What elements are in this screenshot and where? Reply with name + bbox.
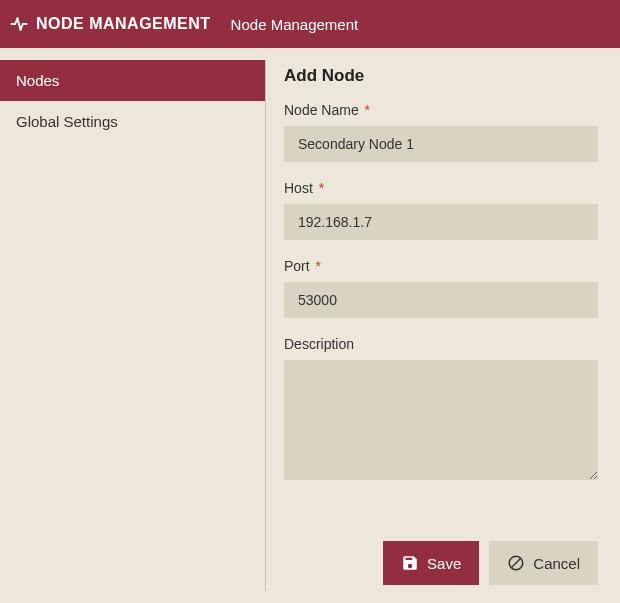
page-title: Node Management — [231, 16, 359, 33]
label-text: Node Name — [284, 102, 359, 118]
sidebar-item-label: Nodes — [16, 72, 59, 89]
label-host: Host * — [284, 180, 598, 196]
node-name-input[interactable] — [284, 126, 598, 162]
label-text: Port — [284, 258, 310, 274]
label-text: Description — [284, 336, 354, 352]
save-button[interactable]: Save — [383, 541, 479, 585]
label-text: Host — [284, 180, 313, 196]
save-button-label: Save — [427, 555, 461, 572]
field-group-port: Port * — [284, 258, 598, 318]
app-title: NODE MANAGEMENT — [36, 15, 211, 33]
activity-icon — [8, 13, 30, 35]
required-marker: * — [316, 258, 321, 274]
required-marker: * — [365, 102, 370, 118]
svg-line-1 — [512, 559, 521, 568]
field-group-host: Host * — [284, 180, 598, 240]
description-textarea[interactable] — [284, 360, 598, 480]
main-layout: Nodes Global Settings Add Node Node Name… — [0, 48, 620, 603]
main-content: Add Node Node Name * Host * Port * — [266, 48, 620, 603]
label-node-name: Node Name * — [284, 102, 598, 118]
cancel-icon — [507, 554, 525, 572]
cancel-button-label: Cancel — [533, 555, 580, 572]
sidebar-item-global-settings[interactable]: Global Settings — [0, 101, 265, 142]
label-port: Port * — [284, 258, 598, 274]
sidebar: Nodes Global Settings — [0, 48, 265, 603]
field-group-node-name: Node Name * — [284, 102, 598, 162]
label-description: Description — [284, 336, 598, 352]
save-icon — [401, 554, 419, 572]
button-row: Save Cancel — [284, 521, 598, 585]
host-input[interactable] — [284, 204, 598, 240]
required-marker: * — [319, 180, 324, 196]
form-heading: Add Node — [284, 66, 598, 86]
app-header: NODE MANAGEMENT Node Management — [0, 0, 620, 48]
port-input[interactable] — [284, 282, 598, 318]
sidebar-item-label: Global Settings — [16, 113, 118, 130]
cancel-button[interactable]: Cancel — [489, 541, 598, 585]
field-group-description: Description — [284, 336, 598, 484]
sidebar-item-nodes[interactable]: Nodes — [0, 60, 265, 101]
